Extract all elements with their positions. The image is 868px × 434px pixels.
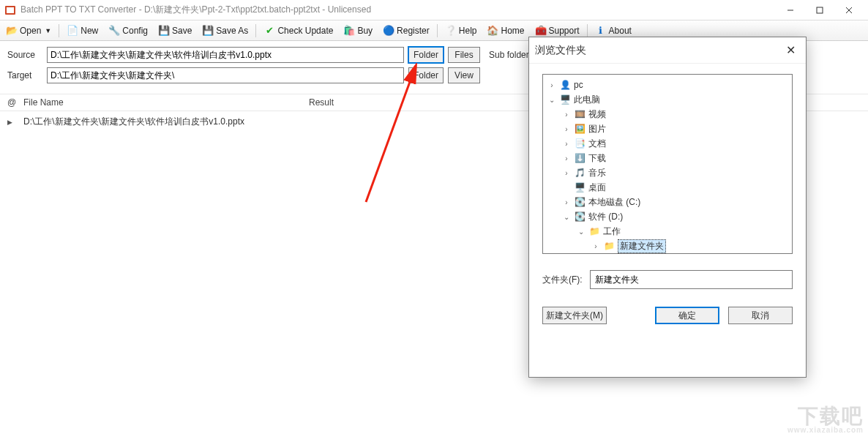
source-input[interactable] (47, 47, 404, 63)
home-button[interactable]: 🏠Home (482, 23, 528, 39)
video-icon: 🎞️ (574, 108, 585, 120)
save-icon: 💾 (158, 25, 170, 37)
col-filename[interactable]: File Name (23, 97, 309, 108)
drive-icon: 💽 (574, 196, 585, 208)
saveas-button[interactable]: 💾Save As (198, 23, 252, 39)
tree-node-newfolder[interactable]: ›📁新建文件夹 (545, 239, 790, 253)
buy-icon: 🛍️ (343, 25, 355, 37)
target-input[interactable] (47, 67, 404, 83)
ok-button[interactable]: 确定 (655, 307, 719, 324)
watermark: 下载吧 www.xiazaiba.com (787, 406, 864, 434)
row-marker-icon: ▶ (7, 119, 23, 126)
window-title: Batch PPT TO TXT Converter - D:\新建文件夹\Pp… (20, 4, 776, 16)
folder-field-input[interactable] (590, 270, 793, 289)
check-icon: ✔ (263, 25, 275, 37)
svg-rect-3 (817, 7, 823, 13)
check-update-button[interactable]: ✔Check Update (259, 23, 337, 39)
about-icon: ℹ (595, 25, 607, 37)
config-icon: 🔧 (108, 25, 120, 37)
home-icon: 🏠 (487, 25, 498, 37)
cancel-button[interactable]: 取消 (728, 307, 793, 324)
tree-node-downloads[interactable]: ›⬇️下载 (545, 151, 790, 165)
new-icon: 📄 (67, 25, 78, 37)
row-filename: D:\工作\新建文件夹\新建文件夹\软件培训白皮书v1.0.pptx (23, 116, 309, 128)
support-icon: 🧰 (535, 25, 547, 37)
user-icon: 👤 (559, 79, 571, 91)
open-button[interactable]: 📂Open▼ (1, 23, 56, 39)
browse-folder-dialog: 浏览文件夹 ✕ ›👤pc ⌄🖥️此电脑 ›🎞️视频 ›🖼️图片 ›📑文档 ›⬇️… (528, 37, 807, 378)
new-button[interactable]: 📄New (62, 23, 102, 39)
pictures-icon: 🖼️ (574, 123, 585, 135)
subfolders-label: Sub folders (489, 50, 534, 60)
register-icon: 🔵 (383, 25, 394, 37)
target-view-button[interactable]: View (448, 67, 480, 83)
tree-node-thispc[interactable]: ⌄🖥️此电脑 (545, 92, 790, 107)
source-label: Source (7, 50, 42, 60)
drive-icon: 💽 (574, 211, 585, 222)
config-button[interactable]: 🔧Config (104, 23, 152, 39)
separator (437, 24, 438, 37)
dialog-close-button[interactable]: ✕ (781, 41, 800, 60)
tree-node-drive-c[interactable]: ›💽本地磁盘 (C:) (545, 195, 790, 209)
documents-icon: 📑 (574, 138, 585, 149)
tree-node-music[interactable]: ›🎵音乐 (545, 165, 790, 180)
tree-node-drive-d[interactable]: ⌄💽软件 (D:) (545, 209, 790, 224)
minimize-button[interactable] (776, 0, 805, 20)
desktop-icon: 🖥️ (574, 182, 585, 193)
save-button[interactable]: 💾Save (154, 23, 196, 39)
dialog-title: 浏览文件夹 (535, 44, 781, 57)
tree-node-pc[interactable]: ›👤pc (545, 78, 790, 92)
tree-node-documents[interactable]: ›📑文档 (545, 136, 790, 151)
new-folder-button[interactable]: 新建文件夹(M) (542, 307, 607, 324)
close-button[interactable] (834, 0, 864, 20)
tree-node-video[interactable]: ›🎞️视频 (545, 107, 790, 121)
titlebar: Batch PPT TO TXT Converter - D:\新建文件夹\Pp… (0, 0, 868, 20)
buy-button[interactable]: 🛍️Buy (339, 23, 377, 39)
tree-node-pictures[interactable]: ›🖼️图片 (545, 121, 790, 136)
tree-node-work[interactable]: ⌄📁工作 (545, 224, 790, 239)
pc-icon: 🖥️ (559, 94, 571, 105)
target-label: Target (7, 70, 42, 81)
help-icon: ❔ (445, 25, 457, 37)
register-button[interactable]: 🔵Register (378, 23, 434, 39)
separator (587, 24, 588, 37)
folder-icon: 📁 (603, 240, 615, 252)
folder-tree[interactable]: ›👤pc ⌄🖥️此电脑 ›🎞️视频 ›🖼️图片 ›📑文档 ›⬇️下载 ›🎵音乐 … (542, 74, 793, 254)
separator (255, 24, 256, 37)
target-folder-button[interactable]: Folder (408, 67, 444, 83)
folder-icon: 📁 (588, 225, 600, 237)
source-files-button[interactable]: Files (448, 47, 480, 63)
separator (59, 24, 59, 37)
app-icon (4, 4, 16, 16)
col-at[interactable]: @ (7, 97, 23, 108)
music-icon: 🎵 (574, 167, 585, 179)
source-folder-button[interactable]: Folder (408, 47, 444, 63)
downloads-icon: ⬇️ (574, 152, 585, 164)
svg-rect-1 (7, 7, 14, 13)
open-icon: 📂 (6, 25, 18, 37)
help-button[interactable]: ❔Help (441, 23, 482, 39)
folder-field-label: 文件夹(F): (542, 274, 583, 286)
maximize-button[interactable] (805, 0, 834, 20)
tree-node-desktop[interactable]: 🖥️桌面 (545, 180, 790, 195)
saveas-icon: 💾 (202, 25, 214, 37)
